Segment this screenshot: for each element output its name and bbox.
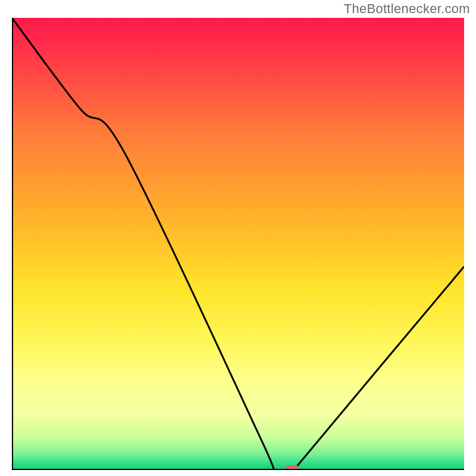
- chart-svg: [12, 18, 464, 470]
- chart-wrapper: TheBottlenecker.com: [0, 0, 476, 476]
- watermark-label: TheBottlenecker.com: [344, 1, 470, 17]
- gradient-background: [12, 18, 464, 470]
- bottleneck-chart: [12, 18, 464, 470]
